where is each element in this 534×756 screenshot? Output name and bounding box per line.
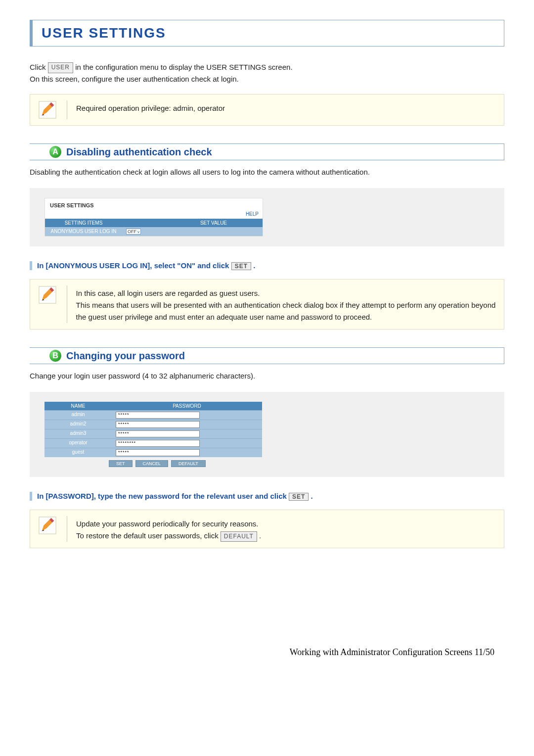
table-row: guest ***** [44, 448, 262, 457]
set-button[interactable]: SET [109, 460, 133, 467]
panel-header-row: SETTING ITEMS SET VALUE [45, 219, 263, 227]
table-row: admin3 ***** [44, 429, 262, 438]
section-a-note: In this case, all login users are regard… [30, 279, 504, 330]
intro-paragraph: Click USER in the configuration menu to … [30, 61, 504, 85]
intro-line2: On this screen, configure the user authe… [30, 75, 239, 83]
note-divider [67, 285, 67, 323]
section-a-letter: A [49, 146, 61, 158]
set-button-ref[interactable]: SET [231, 262, 251, 270]
row-label: ANONYMOUS USER LOG IN [45, 227, 122, 236]
page-title: USER SETTINGS [42, 25, 166, 41]
section-b-desc: Change your login user password (4 to 32… [30, 370, 504, 382]
section-a-title: Disabling authentication check [66, 146, 212, 158]
intro-prefix: Click [30, 63, 46, 71]
page-footer: Working with Administrator Configuration… [30, 647, 504, 658]
note-divider [67, 100, 67, 119]
note-b-line1: Update your password periodically for se… [76, 520, 259, 528]
col-set-value: SET VALUE [165, 219, 263, 227]
user-name: guest [44, 448, 112, 457]
password-button-row: SET CANCEL DEFAULT [44, 457, 262, 467]
section-a-instruction: In [ANONYMOUS USER LOG IN], select "ON" … [30, 261, 504, 270]
user-name: admin [44, 411, 112, 420]
table-row: operator ******** [44, 438, 262, 448]
col-setting-items: SETTING ITEMS [45, 219, 122, 227]
instr-a-suffix: . [253, 261, 255, 270]
section-b-header: B Changing your password [30, 347, 504, 364]
anonymous-login-select[interactable]: OFF [126, 229, 141, 235]
cancel-button[interactable]: CANCEL [135, 460, 169, 467]
note-b-line2-prefix: To restore the default user passwords, c… [76, 531, 219, 540]
note-pencil-icon [38, 516, 57, 535]
privilege-note: Required operation privilege: admin, ope… [30, 94, 504, 126]
section-a-screenshot: USER SETTINGS HELP SETTING ITEMS SET VAL… [30, 188, 504, 246]
panel-title: USER SETTINGS [45, 198, 263, 211]
password-field[interactable]: ***** [116, 412, 200, 419]
default-button[interactable]: DEFAULT [171, 460, 206, 467]
instr-b-prefix: In [PASSWORD], type the new password for… [37, 492, 287, 500]
password-field[interactable]: ***** [116, 449, 200, 456]
help-link[interactable]: HELP [45, 211, 263, 219]
section-a-header: A Disabling authentication check [30, 143, 504, 160]
password-field[interactable]: ***** [116, 430, 200, 437]
section-b-instruction: In [PASSWORD], type the new password for… [30, 492, 504, 501]
set-button-ref[interactable]: SET [289, 493, 309, 501]
anonymous-login-row: ANONYMOUS USER LOG IN OFF [45, 227, 263, 236]
note-divider [67, 516, 67, 542]
password-header-row: NAME PASSWORD [44, 402, 262, 410]
password-field[interactable]: ******** [116, 440, 200, 447]
privilege-text: Required operation privilege: admin, ope… [76, 100, 225, 114]
password-field[interactable]: ***** [116, 421, 200, 428]
section-b-note-text: Update your password periodically for se… [76, 516, 261, 542]
section-a-note-text: In this case, all login users are regard… [76, 285, 496, 323]
section-b-screenshot: NAME PASSWORD admin ***** admin2 ***** a… [30, 392, 504, 477]
note-a-line1: In this case, all login users are regard… [76, 289, 260, 297]
page-title-box: USER SETTINGS [30, 20, 504, 47]
table-row: admin2 ***** [44, 420, 262, 429]
password-panel: NAME PASSWORD admin ***** admin2 ***** a… [44, 402, 262, 467]
note-pencil-icon [38, 100, 57, 119]
col-password: PASSWORD [112, 402, 262, 410]
table-row: admin ***** [44, 410, 262, 420]
section-a-desc: Disabling the authentication check at lo… [30, 166, 504, 178]
section-b-letter: B [49, 350, 61, 362]
note-b-line2-suffix: . [259, 531, 261, 540]
instr-b-suffix: . [311, 492, 313, 500]
default-button-ref[interactable]: DEFAULT [221, 531, 257, 542]
instr-a-prefix: In [ANONYMOUS USER LOG IN], select "ON" … [37, 261, 229, 270]
user-settings-panel: USER SETTINGS HELP SETTING ITEMS SET VAL… [44, 198, 263, 236]
user-name: admin3 [44, 429, 112, 438]
user-menu-button[interactable]: USER [48, 62, 73, 73]
user-name: admin2 [44, 420, 112, 429]
user-name: operator [44, 439, 112, 448]
note-pencil-icon [38, 285, 57, 304]
intro-suffix: in the configuration menu to display the… [75, 63, 292, 71]
section-b-title: Changing your password [66, 350, 185, 362]
col-name: NAME [44, 402, 112, 410]
note-a-line2: This means that users will be presented … [76, 301, 496, 321]
section-b-note: Update your password periodically for se… [30, 510, 504, 548]
